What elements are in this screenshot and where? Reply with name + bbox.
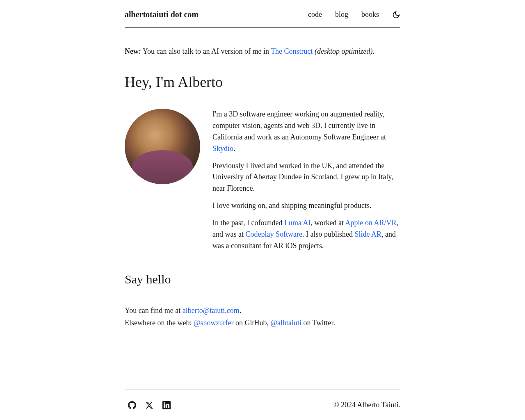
say-hello-heading: Say hello <box>125 272 400 286</box>
codeplay-link[interactable]: Codeplay Software <box>245 230 302 238</box>
linkedin-icon <box>162 401 171 409</box>
p4-d: . I also published <box>302 230 355 238</box>
github-icon <box>128 401 136 409</box>
social-icons <box>125 401 171 409</box>
linkedin-link[interactable] <box>162 401 171 409</box>
contact-p2: Elsewhere on the web: @snowzurfer on Git… <box>125 317 400 329</box>
contact-p1-after: . <box>240 306 242 315</box>
banner-italic: (desktop optimized) <box>315 47 372 55</box>
site-footer: © 2024 Alberto Taiuti. <box>125 390 400 420</box>
construct-link[interactable]: The Construct <box>271 47 313 55</box>
github-link[interactable] <box>128 401 136 409</box>
luma-link[interactable]: Luma AI <box>284 219 311 227</box>
new-banner: New: You can also talk to an AI version … <box>125 46 400 57</box>
intro-p2: Previously I lived and worked in the UK,… <box>212 160 400 195</box>
intro-p1-text: I'm a 3D software engineer working on au… <box>212 110 386 141</box>
contact-p1: You can find me at alberto@taiuti.com. <box>125 304 400 317</box>
main-nav: code blog books <box>308 10 400 19</box>
contact-p2-b: on GitHub, <box>234 319 271 327</box>
slidear-link[interactable]: Slide AR <box>354 230 381 238</box>
skydio-link[interactable]: Skydio <box>212 144 233 153</box>
site-header: albertotaiuti dot com code blog books <box>125 0 400 28</box>
intro-p1: I'm a 3D software engineer working on au… <box>212 109 400 155</box>
github-handle-link[interactable]: @snowzurfer <box>194 319 234 327</box>
banner-text-before: You can also talk to an AI version of me… <box>141 47 271 55</box>
intro-p3: I love working on, and shipping meaningf… <box>212 200 400 212</box>
intro-p4: In the past, I cofounded Luma AI, worked… <box>212 217 400 252</box>
p4-b: , worked at <box>310 219 345 227</box>
site-title-link[interactable]: albertotaiuti dot com <box>125 10 199 19</box>
email-link[interactable]: alberto@taiuti.com <box>183 306 240 315</box>
x-icon <box>145 401 153 409</box>
p4-a: In the past, I cofounded <box>212 219 284 227</box>
nav-link-blog[interactable]: blog <box>335 10 348 19</box>
theme-toggle-button[interactable] <box>392 11 400 19</box>
intro-p1-after: . <box>233 144 235 153</box>
nav-link-code[interactable]: code <box>308 10 322 19</box>
banner-period: . <box>373 47 375 55</box>
page-title: Hey, I'm Alberto <box>125 73 400 91</box>
avatar <box>125 109 200 184</box>
intro-section: I'm a 3D software engineer working on au… <box>125 109 400 258</box>
main-content: New: You can also talk to an AI version … <box>125 28 400 390</box>
contact-p2-a: Elsewhere on the web: <box>125 319 194 327</box>
nav-link-books[interactable]: books <box>361 10 379 19</box>
twitter-x-link[interactable] <box>145 401 153 409</box>
moon-icon <box>392 11 400 19</box>
intro-text: I'm a 3D software engineer working on au… <box>212 109 400 258</box>
contact-p2-c: on Twitter. <box>301 319 335 327</box>
contact-section: You can find me at alberto@taiuti.com. E… <box>125 304 400 329</box>
contact-p1-before: You can find me at <box>125 306 183 315</box>
new-label: New: <box>125 47 141 55</box>
twitter-handle-link[interactable]: @albtaiuti <box>271 319 302 327</box>
copyright: © 2024 Alberto Taiuti. <box>333 401 400 409</box>
apple-link[interactable]: Apple on AR/VR <box>345 219 396 227</box>
